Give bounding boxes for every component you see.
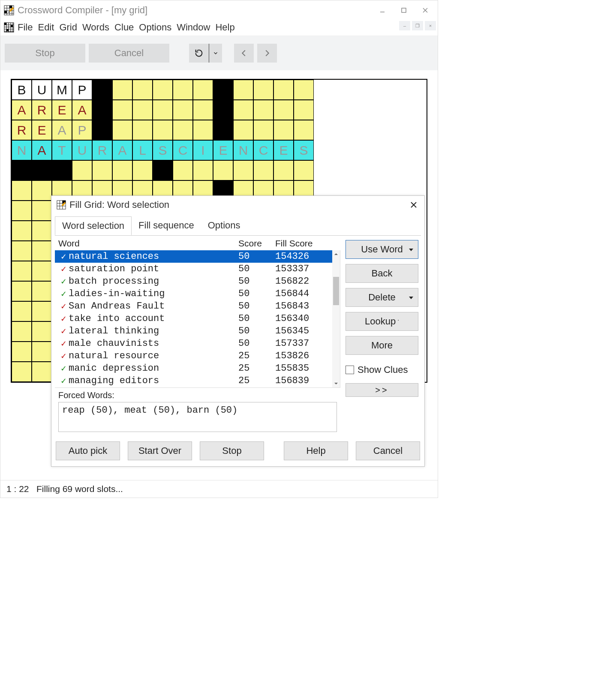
grid-cell[interactable] [153,120,173,140]
grid-cell[interactable]: A [32,140,52,160]
grid-cell[interactable] [12,261,32,281]
grid-cell[interactable]: A [112,140,132,160]
grid-cell[interactable] [112,120,132,140]
grid-cell[interactable] [253,100,273,120]
minimize-button[interactable] [372,0,393,20]
grid-cell[interactable] [32,221,52,241]
grid-cell[interactable] [153,160,173,180]
grid-cell[interactable] [233,120,253,140]
grid-cell[interactable]: S [294,140,314,160]
word-list-row[interactable]: ✓saturation point50153337 [55,263,340,275]
grid-cell[interactable] [253,80,273,100]
dialog-close-button[interactable] [407,198,420,211]
grid-cell[interactable] [213,160,233,180]
word-list-scrollbar[interactable] [332,250,340,387]
grid-cell[interactable] [12,281,32,301]
grid-cell[interactable] [213,80,233,100]
grid-cell[interactable] [213,120,233,140]
grid-cell[interactable] [233,100,253,120]
checkbox-icon[interactable] [346,366,354,374]
grid-cell[interactable] [32,301,52,321]
grid-cell[interactable]: E [32,120,52,140]
scroll-down-icon[interactable] [332,380,340,387]
grid-cell[interactable] [273,100,294,120]
tab-fill-sequence[interactable]: Fill sequence [132,216,201,235]
grid-cell[interactable] [193,160,213,180]
scroll-up-icon[interactable] [332,250,340,258]
grid-cell[interactable] [12,321,32,342]
menu-help[interactable]: Help [215,22,234,33]
grid-cell[interactable] [132,160,153,180]
grid-cell[interactable] [132,100,153,120]
grid-cell[interactable] [12,241,32,261]
grid-cell[interactable] [112,100,132,120]
grid-cell[interactable]: U [32,80,52,100]
grid-cell[interactable] [173,80,193,100]
cancel-button[interactable]: Cancel [89,44,169,63]
grid-cell[interactable]: C [173,140,193,160]
dialog-cancel-button[interactable]: Cancel [356,441,420,460]
mdi-minimize-button[interactable]: – [399,21,410,30]
word-list-row[interactable]: ✓lateral thinking50156345 [55,325,340,337]
grid-cell[interactable] [213,100,233,120]
grid-cell[interactable] [173,100,193,120]
grid-cell[interactable]: B [12,80,32,100]
grid-cell[interactable]: U [72,140,92,160]
grid-cell[interactable] [32,342,52,362]
grid-cell[interactable]: A [12,100,32,120]
grid-cell[interactable] [112,160,132,180]
grid-cell[interactable] [273,80,294,100]
grid-cell[interactable] [294,80,314,100]
tab-word-selection[interactable]: Word selection [55,216,132,235]
more-button[interactable]: More [346,336,418,355]
dialog-stop-button[interactable]: Stop [200,441,264,460]
col-fill-score[interactable]: Fill Score [275,238,337,249]
grid-cell[interactable] [193,80,213,100]
grid-cell[interactable]: R [32,100,52,120]
grid-cell[interactable]: L [132,140,153,160]
grid-cell[interactable]: T [52,140,72,160]
grid-cell[interactable] [92,80,112,100]
menu-clue[interactable]: Clue [114,22,134,33]
grid-cell[interactable] [294,120,314,140]
grid-cell[interactable] [92,120,112,140]
menu-edit[interactable]: Edit [38,22,54,33]
nav-forward-button[interactable] [257,44,277,63]
grid-cell[interactable] [52,160,72,180]
grid-cell[interactable] [273,160,294,180]
grid-cell[interactable] [92,160,112,180]
grid-cell[interactable] [173,120,193,140]
expand-button[interactable]: >> [346,383,418,397]
grid-cell[interactable]: E [213,140,233,160]
grid-cell[interactable] [153,80,173,100]
use-word-button[interactable]: Use Word [346,240,418,259]
grid-cell[interactable] [12,301,32,321]
auto-pick-button[interactable]: Auto pick [56,441,120,460]
grid-cell[interactable] [12,362,32,382]
word-list-row[interactable]: ✓managing editors25156839 [55,375,340,387]
word-list-row[interactable]: ✓take into account50156340 [55,312,340,325]
grid-cell[interactable] [32,201,52,221]
menu-words[interactable]: Words [82,22,109,33]
grid-cell[interactable]: N [12,140,32,160]
tab-options[interactable]: Options [201,216,247,235]
grid-cell[interactable] [32,321,52,342]
stop-button[interactable]: Stop [5,44,85,63]
grid-cell[interactable] [12,221,32,241]
menu-options[interactable]: Options [139,22,171,33]
word-list-row[interactable]: ✓male chauvinists50157337 [55,337,340,350]
col-score[interactable]: Score [238,238,275,249]
grid-cell[interactable]: M [52,80,72,100]
grid-cell[interactable] [12,180,32,201]
forced-words-box[interactable]: reap (50), meat (50), barn (50) [58,402,337,432]
grid-cell[interactable]: C [253,140,273,160]
grid-cell[interactable] [233,80,253,100]
grid-cell[interactable]: R [12,120,32,140]
grid-cell[interactable]: N [233,140,253,160]
grid-cell[interactable] [92,100,112,120]
grid-cell[interactable]: S [153,140,173,160]
help-button[interactable]: Help [284,441,348,460]
grid-cell[interactable] [273,120,294,140]
grid-cell[interactable]: I [193,140,213,160]
grid-cell[interactable] [112,80,132,100]
